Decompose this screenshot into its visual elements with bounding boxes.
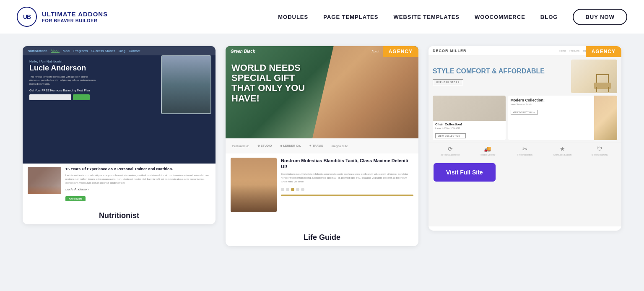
nutri-cta-text: Get Your FREE Hormone Balancing Meal Pla… bbox=[29, 89, 90, 92]
logo-icon: UB bbox=[17, 7, 37, 27]
agency-badge-decor: AGENCY bbox=[586, 46, 621, 57]
experience-icon: ⟳ bbox=[448, 146, 453, 152]
nav-item-website-templates[interactable]: WEBSITE TEMPLATES bbox=[393, 14, 460, 20]
decor-headline: STYLE COMFORT & AFFORDABLE bbox=[433, 68, 568, 75]
decor-icon-warranty: 🛡 5 Years Warranty bbox=[582, 146, 617, 156]
card-preview-lifeguide: AGENCY Green Black About Coaching Contac… bbox=[226, 46, 418, 226]
template-card-nutritionist: NutriNutrition About Meal Programs Succe… bbox=[23, 46, 216, 224]
decor-products-row: Chair Collection! Launch Offer 15% Off! … bbox=[428, 96, 621, 143]
decor-chair-collection-card: Chair Collection! Launch Offer 15% Off! … bbox=[433, 96, 506, 140]
pagination-dot-4[interactable] bbox=[296, 188, 299, 191]
nav-item-woocommerce[interactable]: WOOCOMMERCE bbox=[475, 14, 525, 20]
warranty-label: 5 Years Warranty bbox=[592, 153, 608, 156]
card-preview-nutritionist: NutriNutrition About Meal Programs Succe… bbox=[23, 46, 216, 205]
decor-explore-btn[interactable]: EXPLORE STORE bbox=[433, 79, 463, 85]
template-card-lifeguide: AGENCY Green Black About Coaching Contac… bbox=[226, 46, 418, 246]
decor-icon-delivery: 🚚 Flexible Delivery bbox=[470, 146, 505, 156]
decor-modern-subtitle: New Season Stock bbox=[511, 103, 592, 106]
lifeguide-section-title: Nostrum Molestias Blanditiis Taciti, Cla… bbox=[281, 158, 413, 170]
decor-modern-image bbox=[594, 96, 617, 140]
card-label-nutritionist: Nutritionist bbox=[23, 205, 216, 224]
decor-hero-image bbox=[571, 60, 617, 93]
card-no-label-decor bbox=[428, 226, 621, 231]
lifeguide-pagination-dots bbox=[281, 188, 413, 191]
lifeguide-text-column: Nostrum Molestias Blanditiis Taciti, Cla… bbox=[281, 158, 413, 196]
nutri-hero: Hello, I Am Nutritionist Lucie Anderson … bbox=[23, 55, 216, 104]
decor-chair-info: Chair Collection! Launch Offer 15% Off! … bbox=[433, 121, 506, 140]
lifeguide-bottom-section: Nostrum Molestias Blanditiis Taciti, Cla… bbox=[226, 153, 418, 216]
nutri-logo: NutriNutrition bbox=[28, 49, 47, 53]
installation-label: Free Installation bbox=[517, 153, 532, 156]
decor-logo: DECOR MILLER bbox=[433, 49, 467, 53]
lifeguide-preview: Green Black About Coaching Contact Me WO… bbox=[226, 46, 418, 226]
pagination-dot-1[interactable] bbox=[281, 188, 284, 191]
decor-modern-btn[interactable]: VIEW COLLECTION → bbox=[511, 110, 538, 115]
logo-subtitle: FOR BEAVER BUILDER bbox=[42, 18, 108, 23]
lifeguide-logos-bar: Featured In: ⊕ STUDIO ◈ LERNER Co. ✦ TRA… bbox=[226, 138, 418, 153]
nav-item-page-templates[interactable]: PAGE TEMPLATES bbox=[323, 14, 378, 20]
nutri-bottom-section: 15 Years Of Experience As A Personal Tra… bbox=[23, 164, 216, 205]
nutri-nav-bar: NutriNutrition About Meal Programs Succe… bbox=[23, 46, 216, 55]
lifeguide-featured-label: Featured In: bbox=[232, 145, 249, 148]
nutri-fitness-figure bbox=[162, 56, 210, 113]
installation-icon: ✂ bbox=[522, 146, 527, 152]
logo-text: ULTIMATE ADDONS FOR BEAVER BUILDER bbox=[42, 10, 108, 23]
visit-full-site-button[interactable]: Visit Full Site bbox=[434, 163, 496, 182]
decor-modern-title: Modern Collection! bbox=[511, 98, 592, 102]
lifeguide-gold-accent bbox=[281, 195, 413, 196]
lifeguide-hero: Green Black About Coaching Contact Me WO… bbox=[226, 46, 418, 138]
decor-preview: DECOR MILLER Home Products Build Shop Lo… bbox=[428, 46, 621, 226]
decor-modern-collection-card: Modern Collection! New Season Stock VIEW… bbox=[508, 96, 617, 140]
nutri-desc-text: This fitness template compatible with al… bbox=[29, 75, 96, 86]
header: UB ULTIMATE ADDONS FOR BEAVER BUILDER MO… bbox=[0, 0, 644, 34]
decor-hero-section: STYLE COMFORT & AFFORDABLE EXPLORE STORE bbox=[428, 55, 621, 96]
decor-modern-left: Modern Collection! New Season Stock VIEW… bbox=[508, 96, 594, 140]
nutri-signature: Lucie Anderson bbox=[65, 187, 210, 191]
buy-now-button[interactable]: BUY NOW bbox=[573, 9, 627, 25]
template-cards-row: NutriNutrition About Meal Programs Succe… bbox=[21, 46, 623, 246]
lifeguide-headline: WORLD NEEDS SPECIAL GIFT THAT ONLY YOU H… bbox=[231, 63, 315, 104]
card-label-lifeguide: Life Guide bbox=[226, 226, 418, 246]
nutri-food-image bbox=[28, 167, 61, 194]
nutri-section-title: 15 Years Of Experience As A Personal Tra… bbox=[65, 167, 210, 172]
decor-hero-text: STYLE COMFORT & AFFORDABLE EXPLORE STORE bbox=[433, 68, 568, 86]
warranty-icon: 🛡 bbox=[597, 146, 602, 152]
support-label: After Sales Support bbox=[553, 153, 571, 156]
nutri-text-column: 15 Years Of Experience As A Personal Tra… bbox=[65, 167, 210, 201]
main-nav: MODULES PAGE TEMPLATES WEBSITE TEMPLATES… bbox=[278, 9, 627, 25]
decor-chair-image bbox=[433, 96, 506, 121]
decor-chair-title: Chair Collection! bbox=[435, 122, 503, 126]
logo-area: UB ULTIMATE ADDONS FOR BEAVER BUILDER bbox=[17, 7, 108, 27]
pagination-dot-5[interactable] bbox=[301, 188, 304, 191]
decor-icon-support: ★ After Sales Support bbox=[545, 146, 580, 156]
delivery-label: Flexible Delivery bbox=[480, 153, 495, 156]
nav-item-blog[interactable]: BLOG bbox=[540, 14, 558, 20]
pagination-dot-2[interactable] bbox=[286, 188, 289, 191]
agency-badge-lifeguide: AGENCY bbox=[383, 46, 418, 57]
logo-title: ULTIMATE ADDONS bbox=[42, 10, 108, 18]
nutritionist-hero-section: NutriNutrition About Meal Programs Succe… bbox=[23, 46, 216, 164]
template-card-decor: AGENCY DECOR MILLER Home Products Build … bbox=[428, 46, 621, 231]
lifeguide-body-text: Exercitationem qui voluptatem laboris as… bbox=[281, 172, 413, 184]
delivery-icon: 🚚 bbox=[484, 146, 491, 152]
pagination-dot-3[interactable] bbox=[291, 188, 294, 191]
nutri-more-button[interactable]: Know More bbox=[65, 196, 86, 201]
support-icon: ★ bbox=[560, 146, 565, 152]
decor-icon-experience: ⟳ 10 Years Experience bbox=[433, 146, 467, 156]
experience-label: 10 Years Experience bbox=[441, 153, 460, 156]
decor-icon-strip: ⟳ 10 Years Experience 🚚 Flexible Deliver… bbox=[428, 143, 621, 159]
nutri-email-input[interactable] bbox=[29, 94, 71, 100]
card-preview-decor: AGENCY DECOR MILLER Home Products Build … bbox=[428, 46, 621, 226]
nav-item-modules[interactable]: MODULES bbox=[278, 14, 308, 20]
lifeguide-person-image bbox=[231, 158, 277, 212]
decor-chair-shape bbox=[594, 68, 611, 89]
lifeguide-logo: Green Black bbox=[231, 49, 255, 54]
nutri-body-text: Lacinia velit est commodo atique ante pu… bbox=[65, 174, 210, 185]
main-content: NutriNutrition About Meal Programs Succe… bbox=[0, 34, 644, 291]
nutri-fitness-image bbox=[161, 55, 211, 114]
decor-chair-price: Launch Offer 15% Off! bbox=[435, 127, 503, 130]
decor-chair-view-btn[interactable]: VIEW COLLECTION → bbox=[435, 133, 466, 138]
decor-icon-installation: ✂ Free Installation bbox=[507, 146, 542, 156]
nutri-submit-btn[interactable] bbox=[73, 94, 90, 100]
